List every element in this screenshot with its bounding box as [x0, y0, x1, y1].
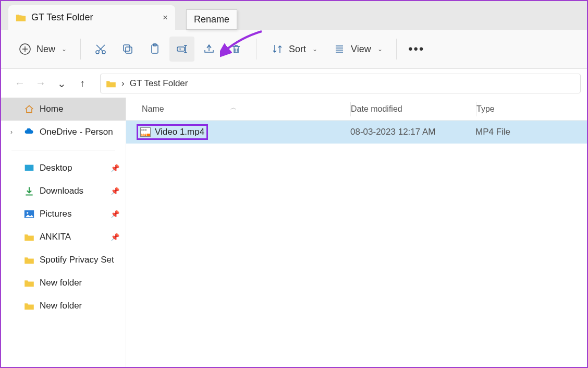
sidebar-item-newfolder1[interactable]: New folder	[1, 271, 126, 294]
main-area: Home › OneDrive - Person Desktop 📌 Downl…	[1, 98, 587, 367]
tab-title: GT Test Folder	[31, 12, 93, 23]
ellipsis-icon: •••	[408, 42, 424, 56]
sidebar-item-label: OneDrive - Person	[40, 127, 113, 137]
svg-rect-21	[25, 164, 34, 171]
column-type[interactable]: Type	[476, 104, 587, 114]
forward-button[interactable]: →	[31, 74, 50, 93]
separator	[396, 39, 397, 60]
column-type-label: Type	[476, 104, 495, 113]
sidebar: Home › OneDrive - Person Desktop 📌 Downl…	[1, 98, 126, 367]
column-headers: Name ︿ Date modified Type	[126, 98, 587, 121]
folder-icon	[24, 233, 34, 241]
address-bar[interactable]: › GT Test Folder	[100, 74, 581, 93]
file-date: 08-03-2023 12:17 AM	[350, 127, 475, 137]
sidebar-separator	[11, 150, 115, 150]
new-button[interactable]: New ⌄	[11, 38, 73, 61]
desktop-icon	[24, 163, 34, 173]
sidebar-item-home[interactable]: Home	[1, 98, 126, 121]
copy-icon	[120, 42, 135, 56]
sidebar-item-label: New folder	[40, 301, 82, 311]
sidebar-item-newfolder2[interactable]: New folder	[1, 294, 126, 317]
svg-point-23	[27, 212, 28, 213]
home-icon	[24, 104, 34, 114]
folder-icon	[106, 79, 116, 88]
sidebar-item-label: Pictures	[40, 209, 71, 219]
chevron-down-icon: ⌄	[377, 45, 383, 53]
cut-button[interactable]	[88, 37, 113, 62]
active-tab[interactable]: GT Test Folder ×	[8, 5, 175, 30]
folder-icon	[24, 302, 34, 310]
column-date[interactable]: Date modified	[351, 104, 476, 114]
sidebar-item-label: Desktop	[40, 163, 72, 173]
folder-icon	[16, 13, 26, 23]
new-label: New	[36, 44, 55, 55]
chevron-down-icon: ⌄	[62, 45, 67, 53]
sort-icon	[270, 42, 285, 56]
download-icon	[24, 186, 34, 196]
pin-icon: 📌	[111, 210, 119, 218]
sidebar-item-ankita[interactable]: ANKITA 📌	[1, 225, 126, 248]
trash-icon	[229, 42, 243, 56]
chevron-down-icon: ⌄	[312, 45, 317, 53]
share-button[interactable]	[197, 37, 222, 62]
view-button[interactable]: View ⌄	[326, 38, 389, 61]
recent-dropdown[interactable]: ⌄	[52, 74, 71, 93]
sidebar-item-desktop[interactable]: Desktop 📌	[1, 157, 126, 180]
clipboard-icon	[148, 42, 162, 56]
column-date-label: Date modified	[351, 104, 402, 113]
breadcrumb-path[interactable]: GT Test Folder	[130, 78, 188, 89]
svg-rect-8	[124, 45, 130, 51]
paste-button[interactable]	[142, 37, 167, 62]
sidebar-item-label: Downloads	[40, 186, 83, 196]
sidebar-item-spotify[interactable]: Spotify Privacy Set	[1, 248, 126, 271]
sidebar-item-label: New folder	[40, 278, 82, 288]
breadcrumb-sep: ›	[121, 78, 125, 89]
file-type: MP4 File	[475, 127, 587, 137]
tab-bar: GT Test Folder ×	[1, 1, 587, 30]
sort-button[interactable]: Sort ⌄	[264, 38, 324, 61]
pictures-icon	[24, 209, 34, 219]
pin-icon: 📌	[111, 164, 119, 172]
cloud-icon	[24, 127, 34, 137]
sort-indicator-icon: ︿	[230, 103, 237, 112]
column-name[interactable]: Name ︿	[126, 104, 350, 114]
share-icon	[202, 42, 216, 56]
rename-icon	[175, 42, 189, 56]
file-name: Video 1.mp4	[155, 127, 204, 137]
delete-button[interactable]	[224, 37, 249, 62]
up-button[interactable]: ↑	[73, 74, 92, 93]
rename-tooltip: Rename	[186, 9, 237, 30]
copy-button[interactable]	[115, 37, 140, 62]
list-icon	[332, 42, 347, 56]
sidebar-item-pictures[interactable]: Pictures 📌	[1, 203, 126, 225]
scissors-icon	[93, 42, 108, 56]
content-area: Name ︿ Date modified Type Video 1.mp4 08…	[126, 98, 587, 367]
separator	[80, 39, 81, 60]
view-label: View	[351, 44, 371, 55]
back-button[interactable]: ←	[10, 74, 29, 93]
more-button[interactable]: •••	[404, 37, 429, 62]
toolbar: New ⌄ Sort ⌄ View ⌄ •••	[1, 30, 587, 69]
pin-icon: 📌	[111, 187, 119, 195]
expand-icon[interactable]: ›	[10, 128, 13, 136]
video-file-icon	[140, 127, 151, 137]
sidebar-item-label: Home	[40, 104, 63, 114]
sidebar-item-label: Spotify Privacy Set	[40, 255, 114, 265]
sort-label: Sort	[289, 44, 306, 55]
rename-button[interactable]	[169, 37, 194, 62]
folder-icon	[24, 279, 34, 287]
separator	[256, 39, 256, 60]
sidebar-item-onedrive[interactable]: › OneDrive - Person	[1, 121, 126, 144]
folder-icon	[24, 256, 34, 264]
close-tab-icon[interactable]: ×	[163, 13, 168, 23]
file-row[interactable]: Video 1.mp4 08-03-2023 12:17 AM MP4 File	[126, 121, 587, 144]
filename-highlight: Video 1.mp4	[137, 124, 208, 140]
svg-rect-11	[177, 47, 185, 51]
svg-rect-7	[126, 47, 132, 53]
column-name-label: Name	[142, 104, 164, 113]
sidebar-item-label: ANKITA	[40, 232, 71, 242]
sidebar-item-downloads[interactable]: Downloads 📌	[1, 180, 126, 203]
pin-icon: 📌	[111, 233, 119, 241]
nav-row: ← → ⌄ ↑ › GT Test Folder	[1, 69, 587, 98]
